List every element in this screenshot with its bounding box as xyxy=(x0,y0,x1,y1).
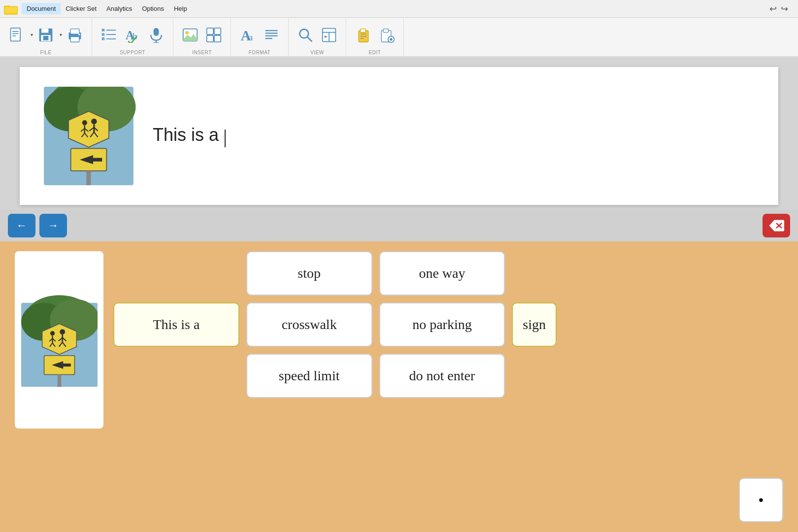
redo-button[interactable]: ↪ xyxy=(781,3,788,14)
svg-point-57 xyxy=(390,38,392,40)
nav-bar: ← → xyxy=(0,210,798,241)
word-card-no-parking[interactable]: no parking xyxy=(379,302,505,347)
text-cursor xyxy=(225,130,226,147)
word-card-this-is-a[interactable]: This is a xyxy=(113,302,239,347)
clicker-area: stop one way This is a crosswalk no park… xyxy=(0,241,798,532)
svg-rect-77 xyxy=(92,158,102,162)
paste-special-button[interactable] xyxy=(376,25,398,45)
layout-button[interactable] xyxy=(318,25,340,45)
svg-rect-34 xyxy=(207,35,213,41)
svg-rect-27 xyxy=(154,28,159,35)
word-grid: stop one way This is a crosswalk no park… xyxy=(113,251,557,398)
crosswalk-sign-image xyxy=(39,87,138,185)
svg-rect-9 xyxy=(41,28,48,33)
find-button[interactable] xyxy=(295,25,316,45)
delete-button[interactable] xyxy=(763,214,790,237)
word-card-speed-limit[interactable]: speed limit xyxy=(246,354,372,398)
svg-point-86 xyxy=(50,331,54,335)
svg-point-42 xyxy=(299,29,308,38)
toolbar-group-edit: EDIT xyxy=(346,18,404,56)
extra-card[interactable]: • xyxy=(739,478,783,522)
font-button[interactable]: A a xyxy=(237,25,259,45)
undo-button[interactable]: ↩ xyxy=(769,3,777,14)
svg-text:3: 3 xyxy=(102,37,104,40)
toolbar-group-format: A a FORMAT xyxy=(231,18,289,56)
back-button[interactable]: ← xyxy=(8,214,35,237)
svg-rect-11 xyxy=(43,35,49,40)
word-card-stop[interactable]: stop xyxy=(246,251,372,296)
svg-rect-101 xyxy=(57,374,61,387)
svg-point-31 xyxy=(185,31,189,34)
toolbar-group-insert: INSERT xyxy=(173,18,231,56)
svg-point-69 xyxy=(91,119,97,124)
title-bar-right: ↩ ↪ xyxy=(769,3,794,14)
paragraph-button[interactable] xyxy=(261,25,282,45)
svg-point-15 xyxy=(78,33,80,35)
list-button[interactable]: 1 2 3 xyxy=(98,25,120,45)
extra-card-wrapper: • xyxy=(739,478,783,522)
save-dropdown[interactable]: ▾ xyxy=(60,32,62,37)
svg-text:1: 1 xyxy=(102,28,104,32)
doc-text-content: This is a xyxy=(153,125,224,145)
toolbar-group-view: VIEW xyxy=(289,18,346,56)
svg-rect-14 xyxy=(70,36,79,42)
svg-rect-49 xyxy=(361,29,366,32)
print-button[interactable] xyxy=(64,25,86,45)
svg-rect-33 xyxy=(214,28,221,34)
forward-button[interactable]: → xyxy=(39,214,67,237)
svg-rect-78 xyxy=(86,171,91,185)
panel-crosswalk-sign xyxy=(21,291,98,399)
svg-text:2: 2 xyxy=(102,33,104,36)
word-card-one-way[interactable]: one way xyxy=(379,251,505,296)
svg-point-63 xyxy=(82,120,87,125)
main-content: This is a ← → xyxy=(0,57,798,532)
svg-rect-54 xyxy=(383,29,389,32)
clipboard-button[interactable] xyxy=(352,25,374,45)
svg-rect-13 xyxy=(70,29,79,34)
word-card-crosswalk[interactable]: crosswalk xyxy=(246,302,372,347)
menu-analytics[interactable]: Analytics xyxy=(101,3,137,14)
document-text: This is a xyxy=(153,125,226,148)
image-button[interactable] xyxy=(179,25,201,45)
word-card-do-not-enter[interactable]: do not enter xyxy=(379,354,505,398)
toolbar-group-file: ▾ ▾ FILE xyxy=(0,18,92,56)
new-button[interactable] xyxy=(6,25,28,45)
document-page: This is a xyxy=(20,67,778,205)
title-bar: Document Clicker Set Analytics Options H… xyxy=(0,0,798,18)
menu-document[interactable]: Document xyxy=(22,3,61,14)
svg-rect-3 xyxy=(4,6,17,13)
spellcheck-button[interactable]: A b xyxy=(122,25,143,45)
microphone-button[interactable] xyxy=(145,25,167,45)
image-panel xyxy=(15,251,103,429)
svg-point-92 xyxy=(60,329,65,334)
toolbar: ▾ ▾ FILE xyxy=(0,18,798,57)
new-dropdown[interactable]: ▾ xyxy=(31,32,33,37)
menu-clicker-set[interactable]: Clicker Set xyxy=(61,3,101,14)
panel-top-space xyxy=(20,256,99,286)
menu-options[interactable]: Options xyxy=(137,3,169,14)
save-button[interactable] xyxy=(35,25,57,45)
word-card-sign[interactable]: sign xyxy=(512,302,557,347)
symbol-button[interactable] xyxy=(203,25,225,45)
panel-bottom-space xyxy=(20,404,99,424)
svg-rect-32 xyxy=(207,28,213,34)
toolbar-group-support: 1 2 3 A b SUPPOR xyxy=(92,18,173,56)
svg-line-43 xyxy=(307,37,312,41)
document-area: This is a xyxy=(0,57,798,210)
svg-rect-4 xyxy=(11,28,21,41)
svg-rect-100 xyxy=(62,364,70,366)
svg-text:a: a xyxy=(249,32,253,42)
svg-rect-35 xyxy=(214,35,221,41)
menu-help[interactable]: Help xyxy=(169,3,192,14)
folder-icon xyxy=(4,3,18,15)
